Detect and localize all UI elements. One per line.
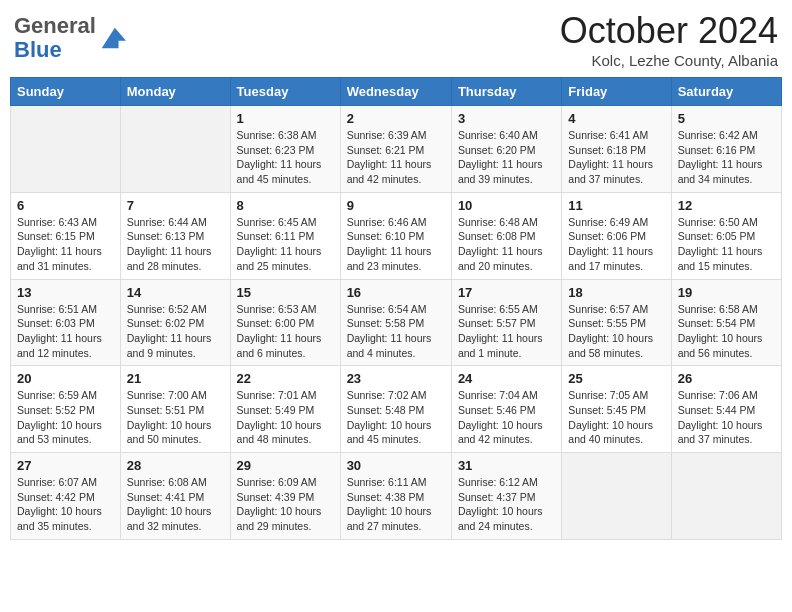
day-number: 13 <box>17 285 114 300</box>
day-info: Sunrise: 6:12 AM Sunset: 4:37 PM Dayligh… <box>458 475 555 534</box>
calendar-cell: 9Sunrise: 6:46 AM Sunset: 6:10 PM Daylig… <box>340 192 451 279</box>
day-info: Sunrise: 6:09 AM Sunset: 4:39 PM Dayligh… <box>237 475 334 534</box>
day-number: 1 <box>237 111 334 126</box>
day-number: 17 <box>458 285 555 300</box>
calendar-cell: 4Sunrise: 6:41 AM Sunset: 6:18 PM Daylig… <box>562 106 671 193</box>
calendar-cell: 28Sunrise: 6:08 AM Sunset: 4:41 PM Dayli… <box>120 453 230 540</box>
calendar-cell: 8Sunrise: 6:45 AM Sunset: 6:11 PM Daylig… <box>230 192 340 279</box>
day-info: Sunrise: 6:43 AM Sunset: 6:15 PM Dayligh… <box>17 215 114 274</box>
day-number: 10 <box>458 198 555 213</box>
calendar-cell: 1Sunrise: 6:38 AM Sunset: 6:23 PM Daylig… <box>230 106 340 193</box>
calendar-cell: 15Sunrise: 6:53 AM Sunset: 6:00 PM Dayli… <box>230 279 340 366</box>
day-number: 29 <box>237 458 334 473</box>
calendar-cell: 6Sunrise: 6:43 AM Sunset: 6:15 PM Daylig… <box>11 192 121 279</box>
day-number: 3 <box>458 111 555 126</box>
day-info: Sunrise: 6:38 AM Sunset: 6:23 PM Dayligh… <box>237 128 334 187</box>
calendar-cell: 25Sunrise: 7:05 AM Sunset: 5:45 PM Dayli… <box>562 366 671 453</box>
calendar-cell: 13Sunrise: 6:51 AM Sunset: 6:03 PM Dayli… <box>11 279 121 366</box>
day-info: Sunrise: 6:08 AM Sunset: 4:41 PM Dayligh… <box>127 475 224 534</box>
day-info: Sunrise: 6:45 AM Sunset: 6:11 PM Dayligh… <box>237 215 334 274</box>
calendar-cell: 31Sunrise: 6:12 AM Sunset: 4:37 PM Dayli… <box>451 453 561 540</box>
day-header-thursday: Thursday <box>451 78 561 106</box>
day-header-wednesday: Wednesday <box>340 78 451 106</box>
day-info: Sunrise: 6:57 AM Sunset: 5:55 PM Dayligh… <box>568 302 664 361</box>
calendar-week-3: 13Sunrise: 6:51 AM Sunset: 6:03 PM Dayli… <box>11 279 782 366</box>
day-number: 30 <box>347 458 445 473</box>
day-number: 7 <box>127 198 224 213</box>
day-number: 18 <box>568 285 664 300</box>
day-info: Sunrise: 7:02 AM Sunset: 5:48 PM Dayligh… <box>347 388 445 447</box>
calendar-cell: 10Sunrise: 6:48 AM Sunset: 6:08 PM Dayli… <box>451 192 561 279</box>
calendar-cell: 18Sunrise: 6:57 AM Sunset: 5:55 PM Dayli… <box>562 279 671 366</box>
day-number: 23 <box>347 371 445 386</box>
logo-text: General Blue <box>14 14 96 62</box>
calendar-cell: 7Sunrise: 6:44 AM Sunset: 6:13 PM Daylig… <box>120 192 230 279</box>
calendar-cell: 17Sunrise: 6:55 AM Sunset: 5:57 PM Dayli… <box>451 279 561 366</box>
day-number: 20 <box>17 371 114 386</box>
day-info: Sunrise: 6:44 AM Sunset: 6:13 PM Dayligh… <box>127 215 224 274</box>
page-header: General Blue October 2024 Kolc, Lezhe Co… <box>10 10 782 69</box>
svg-marker-0 <box>102 28 126 49</box>
day-number: 8 <box>237 198 334 213</box>
day-info: Sunrise: 6:48 AM Sunset: 6:08 PM Dayligh… <box>458 215 555 274</box>
day-header-monday: Monday <box>120 78 230 106</box>
day-info: Sunrise: 6:46 AM Sunset: 6:10 PM Dayligh… <box>347 215 445 274</box>
calendar-cell: 12Sunrise: 6:50 AM Sunset: 6:05 PM Dayli… <box>671 192 781 279</box>
calendar-cell: 22Sunrise: 7:01 AM Sunset: 5:49 PM Dayli… <box>230 366 340 453</box>
day-number: 6 <box>17 198 114 213</box>
title-block: October 2024 Kolc, Lezhe County, Albania <box>560 10 778 69</box>
calendar-week-5: 27Sunrise: 6:07 AM Sunset: 4:42 PM Dayli… <box>11 453 782 540</box>
day-info: Sunrise: 6:51 AM Sunset: 6:03 PM Dayligh… <box>17 302 114 361</box>
day-info: Sunrise: 7:05 AM Sunset: 5:45 PM Dayligh… <box>568 388 664 447</box>
calendar-cell <box>11 106 121 193</box>
day-info: Sunrise: 6:49 AM Sunset: 6:06 PM Dayligh… <box>568 215 664 274</box>
day-number: 9 <box>347 198 445 213</box>
day-number: 19 <box>678 285 775 300</box>
location: Kolc, Lezhe County, Albania <box>560 52 778 69</box>
calendar-cell: 2Sunrise: 6:39 AM Sunset: 6:21 PM Daylig… <box>340 106 451 193</box>
day-header-saturday: Saturday <box>671 78 781 106</box>
calendar-cell: 21Sunrise: 7:00 AM Sunset: 5:51 PM Dayli… <box>120 366 230 453</box>
day-info: Sunrise: 6:41 AM Sunset: 6:18 PM Dayligh… <box>568 128 664 187</box>
day-number: 21 <box>127 371 224 386</box>
calendar-cell: 24Sunrise: 7:04 AM Sunset: 5:46 PM Dayli… <box>451 366 561 453</box>
day-number: 22 <box>237 371 334 386</box>
day-info: Sunrise: 6:55 AM Sunset: 5:57 PM Dayligh… <box>458 302 555 361</box>
day-number: 11 <box>568 198 664 213</box>
day-number: 16 <box>347 285 445 300</box>
calendar-cell <box>120 106 230 193</box>
calendar-week-4: 20Sunrise: 6:59 AM Sunset: 5:52 PM Dayli… <box>11 366 782 453</box>
logo-general: General <box>14 13 96 38</box>
calendar-cell: 29Sunrise: 6:09 AM Sunset: 4:39 PM Dayli… <box>230 453 340 540</box>
day-header-tuesday: Tuesday <box>230 78 340 106</box>
logo-icon <box>98 24 126 52</box>
month-title: October 2024 <box>560 10 778 52</box>
day-number: 14 <box>127 285 224 300</box>
day-number: 26 <box>678 371 775 386</box>
calendar-cell: 23Sunrise: 7:02 AM Sunset: 5:48 PM Dayli… <box>340 366 451 453</box>
calendar-week-1: 1Sunrise: 6:38 AM Sunset: 6:23 PM Daylig… <box>11 106 782 193</box>
day-info: Sunrise: 6:58 AM Sunset: 5:54 PM Dayligh… <box>678 302 775 361</box>
day-info: Sunrise: 6:40 AM Sunset: 6:20 PM Dayligh… <box>458 128 555 187</box>
calendar-cell: 20Sunrise: 6:59 AM Sunset: 5:52 PM Dayli… <box>11 366 121 453</box>
calendar-cell: 3Sunrise: 6:40 AM Sunset: 6:20 PM Daylig… <box>451 106 561 193</box>
day-info: Sunrise: 6:50 AM Sunset: 6:05 PM Dayligh… <box>678 215 775 274</box>
calendar-cell: 19Sunrise: 6:58 AM Sunset: 5:54 PM Dayli… <box>671 279 781 366</box>
calendar-header-row: SundayMondayTuesdayWednesdayThursdayFrid… <box>11 78 782 106</box>
calendar-table: SundayMondayTuesdayWednesdayThursdayFrid… <box>10 77 782 540</box>
calendar-cell: 26Sunrise: 7:06 AM Sunset: 5:44 PM Dayli… <box>671 366 781 453</box>
day-info: Sunrise: 6:53 AM Sunset: 6:00 PM Dayligh… <box>237 302 334 361</box>
calendar-cell <box>562 453 671 540</box>
day-info: Sunrise: 7:06 AM Sunset: 5:44 PM Dayligh… <box>678 388 775 447</box>
day-number: 28 <box>127 458 224 473</box>
day-info: Sunrise: 7:04 AM Sunset: 5:46 PM Dayligh… <box>458 388 555 447</box>
day-info: Sunrise: 6:42 AM Sunset: 6:16 PM Dayligh… <box>678 128 775 187</box>
day-number: 5 <box>678 111 775 126</box>
day-number: 25 <box>568 371 664 386</box>
logo-blue: Blue <box>14 37 62 62</box>
day-header-friday: Friday <box>562 78 671 106</box>
day-info: Sunrise: 6:59 AM Sunset: 5:52 PM Dayligh… <box>17 388 114 447</box>
day-info: Sunrise: 6:11 AM Sunset: 4:38 PM Dayligh… <box>347 475 445 534</box>
calendar-cell: 5Sunrise: 6:42 AM Sunset: 6:16 PM Daylig… <box>671 106 781 193</box>
day-info: Sunrise: 7:01 AM Sunset: 5:49 PM Dayligh… <box>237 388 334 447</box>
